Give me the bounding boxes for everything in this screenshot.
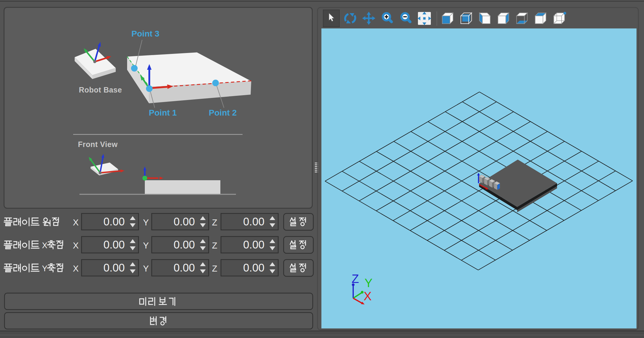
svg-text:Z: Z: [212, 218, 217, 227]
svg-text:Z: Z: [212, 241, 217, 250]
svg-text:Point 2: Point 2: [209, 108, 237, 117]
svg-text:0.00: 0.00: [243, 262, 264, 274]
svg-text:Y: Y: [143, 264, 149, 273]
svg-text:Robot Base: Robot Base: [79, 86, 122, 94]
svg-text:Y: Y: [365, 276, 373, 290]
svg-text:Y: Y: [143, 241, 149, 250]
svg-text:0.00: 0.00: [103, 239, 125, 251]
svg-text:X: X: [42, 241, 47, 250]
svg-text:X: X: [73, 218, 79, 227]
svg-text:0.00: 0.00: [103, 216, 125, 228]
svg-text:0.00: 0.00: [174, 262, 195, 274]
svg-text:0.00: 0.00: [103, 262, 125, 274]
svg-text:0.00: 0.00: [174, 216, 195, 228]
svg-text:Point 3: Point 3: [131, 29, 159, 38]
svg-text:0.00: 0.00: [174, 239, 195, 251]
svg-text:0.00: 0.00: [243, 216, 264, 228]
svg-text:X: X: [73, 241, 79, 250]
svg-text:0.00: 0.00: [243, 239, 264, 251]
svg-text:Z: Z: [352, 272, 359, 285]
svg-text:X: X: [364, 290, 372, 303]
svg-text:X: X: [73, 264, 79, 273]
svg-text:Front View: Front View: [78, 140, 118, 148]
svg-text:Z: Z: [212, 264, 217, 273]
svg-text:Y: Y: [42, 264, 47, 273]
svg-text:Point 1: Point 1: [149, 108, 177, 117]
svg-text:Y: Y: [143, 218, 149, 227]
